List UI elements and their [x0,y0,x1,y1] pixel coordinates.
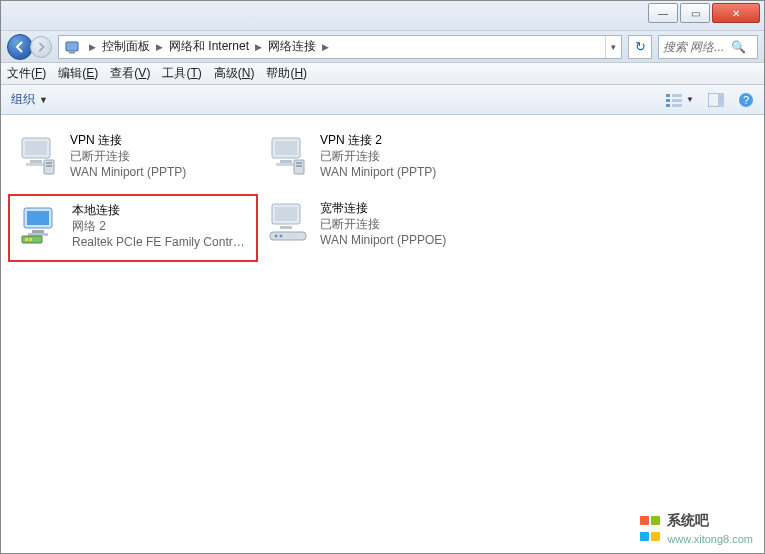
svg-rect-18 [46,165,52,167]
connection-name: 本地连接 [72,202,248,218]
nav-forward-button[interactable] [30,36,52,58]
connection-status: 已断开连接 [70,148,186,164]
breadcrumb-dropdown[interactable]: ▾ [605,36,621,58]
windows-flag-icon [639,513,661,545]
chevron-right-icon: ▶ [251,42,266,52]
connection-name: VPN 连接 [70,132,186,148]
svg-rect-21 [280,160,292,163]
connection-device: Realtek PCIe FE Family Control... [72,234,248,250]
svg-rect-34 [275,207,297,221]
svg-rect-28 [32,230,44,233]
svg-rect-27 [27,211,49,225]
svg-rect-2 [666,94,670,97]
connection-device: WAN Miniport (PPTP) [320,164,436,180]
control-panel-icon [63,38,81,56]
connection-item-local[interactable]: 本地连接网络 2Realtek PCIe FE Family Control..… [8,194,258,262]
search-icon: 🔍 [731,40,746,54]
svg-rect-3 [666,99,670,102]
svg-rect-14 [30,160,42,163]
svg-text:?: ? [743,94,749,106]
connection-item-vpn2[interactable]: VPN 连接 2已断开连接WAN Miniport (PPTP) [258,126,508,194]
chevron-down-icon: ▼ [39,95,48,105]
network-icon [16,132,60,176]
search-input[interactable] [663,40,731,54]
svg-rect-24 [296,162,302,164]
connection-item-vpn1[interactable]: VPN 连接已断开连接WAN Miniport (PPTP) [8,126,258,194]
network-icon [266,200,310,244]
svg-rect-9 [718,93,724,107]
chevron-right-icon: ▶ [85,42,100,52]
chevron-right-icon: ▶ [318,42,333,52]
titlebar: — ▭ ✕ [1,1,764,31]
connection-name: VPN 连接 2 [320,132,436,148]
view-options-button[interactable]: ▼ [666,93,694,107]
network-icon [266,132,310,176]
breadcrumb-item[interactable]: 网络和 Internet [167,38,251,55]
watermark-url: www.xitong8.com [667,533,753,545]
organize-button[interactable]: 组织▼ [11,91,48,108]
svg-rect-32 [29,238,32,241]
svg-rect-15 [26,163,46,166]
menu-file[interactable]: 文件(F) [7,65,46,82]
menu-help[interactable]: 帮助(H) [266,65,307,82]
connection-status: 网络 2 [72,218,248,234]
minimize-button[interactable]: — [648,3,678,23]
connection-item-broadband[interactable]: 宽带连接已断开连接WAN Miniport (PPPOE) [258,194,508,262]
watermark: 系统吧 www.xitong8.com [639,512,753,546]
svg-rect-1 [69,52,75,54]
refresh-button[interactable]: ↻ [628,35,652,59]
svg-rect-31 [25,238,28,241]
breadcrumb-item[interactable]: 网络连接 [266,38,318,55]
svg-rect-6 [672,99,682,102]
connection-status: 已断开连接 [320,148,436,164]
address-bar-row: ▶ 控制面板 ▶ 网络和 Internet ▶ 网络连接 ▶ ▾ ↻ 🔍 [1,31,764,63]
network-icon [18,202,62,246]
menubar: 文件(F) 编辑(E) 查看(V) 工具(T) 高级(N) 帮助(H) [1,63,764,85]
help-button[interactable]: ? [738,92,754,108]
svg-rect-5 [672,94,682,97]
toolbar: 组织▼ ▼ ? [1,85,764,115]
close-button[interactable]: ✕ [712,3,760,23]
svg-point-37 [275,235,278,238]
search-box[interactable]: 🔍 [658,35,758,59]
svg-rect-13 [25,141,47,155]
chevron-down-icon: ▼ [686,95,694,104]
svg-rect-22 [276,163,296,166]
svg-rect-0 [66,42,78,51]
menu-view[interactable]: 查看(V) [110,65,150,82]
connection-device: WAN Miniport (PPTP) [70,164,186,180]
breadcrumb[interactable]: ▶ 控制面板 ▶ 网络和 Internet ▶ 网络连接 ▶ ▾ [58,35,622,59]
preview-pane-button[interactable] [708,93,724,107]
svg-rect-35 [280,226,292,229]
connection-status: 已断开连接 [320,216,446,232]
connection-device: WAN Miniport (PPPOE) [320,232,446,248]
menu-tools[interactable]: 工具(T) [162,65,201,82]
watermark-text: 系统吧 [667,512,709,528]
menu-edit[interactable]: 编辑(E) [58,65,98,82]
chevron-right-icon: ▶ [152,42,167,52]
menu-advanced[interactable]: 高级(N) [214,65,255,82]
svg-point-38 [280,235,283,238]
connections-pane: VPN 连接已断开连接WAN Miniport (PPTP)VPN 连接 2已断… [2,116,763,552]
breadcrumb-item[interactable]: 控制面板 [100,38,152,55]
maximize-button[interactable]: ▭ [680,3,710,23]
svg-rect-20 [275,141,297,155]
connection-name: 宽带连接 [320,200,446,216]
svg-rect-4 [666,104,670,107]
svg-rect-17 [46,162,52,164]
svg-rect-7 [672,104,682,107]
svg-rect-25 [296,165,302,167]
